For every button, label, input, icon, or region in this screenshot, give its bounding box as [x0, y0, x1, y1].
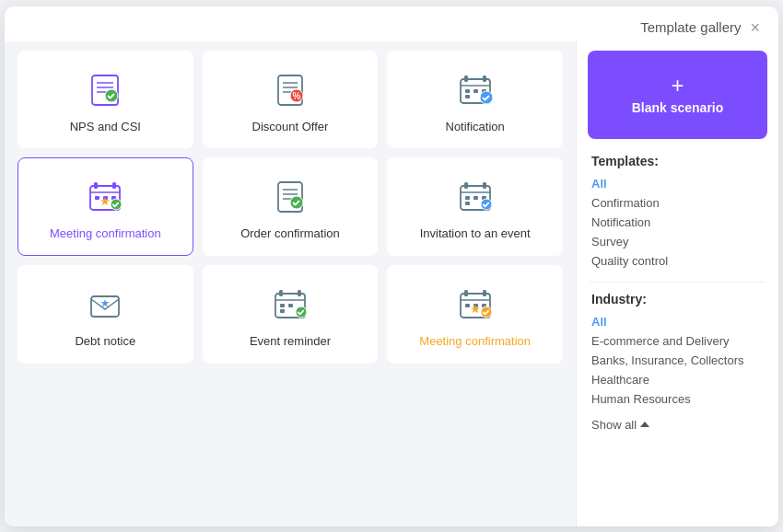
card-meeting-confirmation-2[interactable]: Meeting confirmation — [387, 265, 563, 364]
svg-text:%: % — [293, 91, 301, 101]
modal-header: Template gallery × — [5, 6, 778, 41]
template-filter-all[interactable]: All — [591, 174, 764, 193]
industry-filter-banks[interactable]: Banks, Insurance, Collectors — [591, 351, 764, 370]
sidebar-divider — [590, 282, 765, 283]
svg-rect-48 — [298, 290, 301, 296]
industry-filter-ecommerce[interactable]: E-commerce and Delivery — [591, 331, 764, 351]
invitation-icon — [453, 175, 497, 219]
svg-rect-37 — [483, 182, 486, 189]
blank-label: Blank scenario — [632, 100, 724, 115]
modal: Template gallery × — [5, 6, 778, 526]
svg-rect-57 — [465, 304, 470, 307]
card-order-confirmation[interactable]: Order confirmation — [203, 157, 379, 256]
card-invitation-event[interactable]: Invitation to an event — [387, 157, 563, 256]
svg-rect-50 — [288, 304, 293, 307]
sidebar: + Blank scenario Templates: All Confirma… — [576, 41, 778, 526]
card-label-meeting: Meeting confirmation — [50, 226, 161, 242]
card-label-meeting2: Meeting confirmation — [419, 334, 531, 350]
svg-rect-18 — [465, 95, 470, 98]
svg-rect-41 — [465, 202, 470, 205]
template-filter-confirmation[interactable]: Confirmation — [591, 193, 764, 213]
card-debt-notice[interactable]: Debt notice — [18, 265, 193, 364]
svg-rect-51 — [280, 309, 285, 313]
svg-rect-22 — [94, 182, 98, 189]
card-label-discount: Discount Offer — [252, 120, 329, 135]
svg-rect-14 — [483, 75, 486, 82]
chevron-up-icon — [640, 422, 649, 427]
card-notification[interactable]: Notification — [387, 51, 563, 149]
template-grid: NPS and CSI % Discount Of — [18, 51, 563, 364]
meeting-icon — [83, 175, 127, 219]
template-filter-quality[interactable]: Quality control — [591, 251, 764, 271]
card-label-nps: NPS and CSI — [70, 120, 141, 135]
svg-rect-56 — [483, 290, 486, 296]
card-label-notification: Notification — [446, 120, 505, 135]
header-right: Template gallery × — [640, 19, 762, 36]
industry-title: Industry: — [591, 292, 764, 306]
industry-filter-healthcare[interactable]: Healthcare — [591, 370, 764, 389]
svg-marker-27 — [100, 197, 110, 205]
svg-rect-38 — [465, 196, 470, 200]
card-meeting-confirmation[interactable]: Meeting confirmation — [18, 157, 193, 256]
svg-rect-15 — [465, 89, 470, 93]
svg-marker-60 — [471, 305, 480, 313]
card-event-reminder[interactable]: Event reminder — [203, 265, 379, 364]
card-label-debt: Debt notice — [75, 334, 135, 350]
nps-icon — [83, 68, 127, 112]
modal-body: NPS and CSI % Discount Of — [5, 41, 778, 526]
svg-rect-24 — [95, 196, 99, 200]
template-grid-area: NPS and CSI % Discount Of — [5, 41, 576, 526]
svg-rect-36 — [464, 182, 468, 189]
svg-rect-55 — [464, 290, 468, 296]
close-button[interactable]: × — [748, 19, 762, 36]
meeting2-icon — [453, 283, 497, 327]
svg-rect-47 — [279, 290, 283, 296]
svg-rect-49 — [280, 304, 285, 307]
event-icon — [268, 283, 312, 327]
templates-title: Templates: — [591, 154, 764, 168]
card-label-invitation: Invitation to an event — [420, 226, 531, 242]
notification-icon — [453, 68, 497, 112]
order-icon — [268, 175, 312, 219]
modal-title: Template gallery — [640, 19, 741, 35]
blank-scenario-button[interactable]: + Blank scenario — [588, 51, 767, 139]
template-filter-survey[interactable]: Survey — [591, 232, 764, 251]
svg-marker-44 — [101, 299, 110, 307]
show-all-label: Show all — [591, 418, 637, 432]
svg-rect-16 — [473, 89, 478, 93]
template-filter-notification[interactable]: Notification — [591, 213, 764, 232]
industry-filter-all[interactable]: All — [591, 312, 764, 331]
card-nps-csi[interactable]: NPS and CSI — [18, 51, 193, 149]
card-discount-offer[interactable]: % Discount Offer — [203, 51, 379, 149]
templates-section: Templates: All Confirmation Notification… — [577, 150, 778, 276]
show-all-button[interactable]: Show all — [577, 414, 778, 439]
industry-section: Industry: All E-commerce and Delivery Ba… — [577, 288, 778, 414]
blank-plus-icon: + — [671, 75, 684, 97]
svg-rect-39 — [473, 196, 478, 200]
svg-rect-13 — [464, 75, 468, 82]
card-label-order: Order confirmation — [240, 226, 340, 242]
discount-icon: % — [268, 68, 312, 112]
debt-icon — [83, 283, 127, 327]
card-label-event-reminder: Event reminder — [250, 334, 331, 350]
industry-filter-hr[interactable]: Human Resources — [591, 389, 764, 409]
svg-rect-23 — [112, 182, 116, 189]
